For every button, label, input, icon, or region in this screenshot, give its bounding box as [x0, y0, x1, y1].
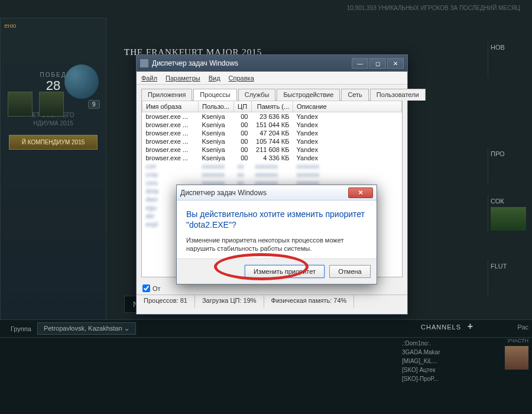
list-item[interactable]: .:Dom1no:. [402, 339, 473, 348]
dlg-buttons: Изменить приоритет Отмена [177, 258, 377, 284]
status-mem: Физическая память: 74% [264, 295, 355, 308]
right-thumb [491, 207, 526, 231]
col-cpu[interactable]: ЦП [234, 101, 252, 112]
dlg-main-text: Вы действительно хотите изменить приорит… [186, 209, 367, 230]
list-item[interactable]: [SKO] Ацтек [402, 366, 473, 374]
tab-performance[interactable]: Быстродействие [277, 89, 340, 101]
table-row[interactable]: crasxxxxxxxxxxxxxxxxxxxxxxx [142, 170, 402, 179]
taskmgr-icon [140, 59, 148, 67]
table-row[interactable]: browser.exe ...Kseniya00211 608 КБYandex [142, 145, 402, 154]
table-row[interactable]: browser.exe ...Kseniya0047 204 КБYandex [142, 129, 402, 137]
col-mem[interactable]: Память (... [252, 101, 293, 112]
cancel-button[interactable]: Отмена [329, 265, 371, 278]
tm-menubar: Файл Параметры Вид Справка [137, 72, 407, 85]
menu-view[interactable]: Вид [209, 75, 220, 82]
tm-tabs: Приложения Процессы Службы Быстродействи… [137, 85, 407, 100]
chat-tab-group[interactable]: Группа [5, 323, 37, 335]
avatar[interactable] [505, 346, 528, 370]
chat-bar: Группа Petropavlovsk, Kazakhstan ⌄ CHANN… [0, 319, 532, 414]
maximize-button[interactable]: ◻ [369, 58, 386, 69]
change-priority-button[interactable]: Изменить приоритет [245, 265, 325, 278]
tab-services[interactable]: Службы [238, 89, 276, 101]
tm-title: Диспетчер задач Windows [152, 59, 238, 67]
tm-titlebar[interactable]: Диспетчер задач Windows — ◻ ✕ [137, 55, 407, 72]
right-sok[interactable]: СОК [488, 195, 532, 231]
channels-header: CHANNELS [421, 324, 461, 331]
hero-portrait[interactable] [8, 92, 33, 117]
tm-statusbar: Процессов: 81 Загрузка ЦП: 19% Физическа… [137, 295, 407, 308]
status-processes: Процессов: 81 [137, 295, 195, 308]
chevron-down-icon: ⌄ [124, 325, 129, 332]
table-row[interactable]: conxxxxxxxxxxxxxxxxxxxxxxx [142, 162, 402, 170]
chat-location-dropdown[interactable]: Petropavlovsk, Kazakhstan ⌄ [37, 322, 136, 335]
show-all-label: От [153, 285, 161, 292]
hero-row [5, 89, 66, 121]
hero-portrait[interactable] [39, 92, 64, 117]
col-user[interactable]: Пользо... [199, 101, 234, 112]
level-badge: 9 [88, 100, 100, 109]
close-button[interactable]: ✕ [387, 58, 404, 69]
priority-dialog: Диспетчер задач Windows ✕ Вы действитель… [176, 185, 377, 284]
hero-orb [64, 64, 99, 99]
menu-options[interactable]: Параметры [166, 75, 200, 82]
dlg-titlebar[interactable]: Диспетчер задач Windows ✕ [177, 185, 377, 200]
right-ras[interactable]: Рас [517, 324, 528, 331]
table-row[interactable]: browser.exe ...Kseniya00151 044 КБYandex [142, 121, 402, 129]
menu-file[interactable]: Файл [141, 75, 157, 82]
list-item[interactable]: 3GADA.Makar [402, 348, 473, 357]
table-row[interactable]: browser.exe ...Kseniya00105 744 КБYandex [142, 137, 402, 145]
right-pro[interactable]: ПРО [488, 148, 532, 183]
menu-help[interactable]: Справка [229, 75, 254, 82]
tab-applications[interactable]: Приложения [141, 89, 192, 101]
right-flut[interactable]: FLUT [488, 260, 532, 296]
menu-label[interactable]: еню [4, 22, 16, 29]
table-row[interactable]: browser.exe ...Kseniya004 336 КБYandex [142, 154, 402, 162]
tab-users[interactable]: Пользователи [370, 89, 426, 101]
right-news[interactable]: НОВ [488, 41, 532, 77]
channel-list: .:Dom1no:. 3GADA.Makar [MIAG]_KiL... [SK… [402, 337, 473, 383]
compendium-button[interactable]: Й КОМПЕНДИУМ 2015 [9, 135, 98, 150]
table-row[interactable]: browser.exe ...Kseniya0023 636 КБYandex [142, 112, 402, 121]
minimize-button[interactable]: — [352, 58, 368, 69]
list-item[interactable]: [SKO]-ПроР... [402, 374, 473, 383]
dlg-title: Диспетчер задач Windows [180, 189, 267, 197]
tab-processes[interactable]: Процессы [193, 89, 236, 101]
add-channel-button[interactable]: + [468, 321, 473, 332]
players-stat: 10,901,393 УНИКАЛЬНЫХ ИГРОКОВ ЗА ПОСЛЕДН… [347, 5, 520, 11]
right-column: НОВ ПРО СОК FLUT [488, 41, 532, 308]
dlg-sub-text: Изменение приоритета некоторых процессов… [186, 236, 367, 253]
list-item[interactable]: [MIAG]_KiL... [402, 357, 473, 366]
tab-network[interactable]: Сеть [341, 89, 368, 101]
col-name[interactable]: Имя образа [142, 101, 199, 112]
col-desc[interactable]: Описание [293, 101, 402, 112]
dlg-close-button[interactable]: ✕ [348, 187, 373, 198]
status-cpu: Загрузка ЦП: 19% [195, 295, 264, 308]
show-all-checkbox[interactable] [142, 284, 150, 292]
participants-label: УЧАСТН [507, 338, 528, 344]
